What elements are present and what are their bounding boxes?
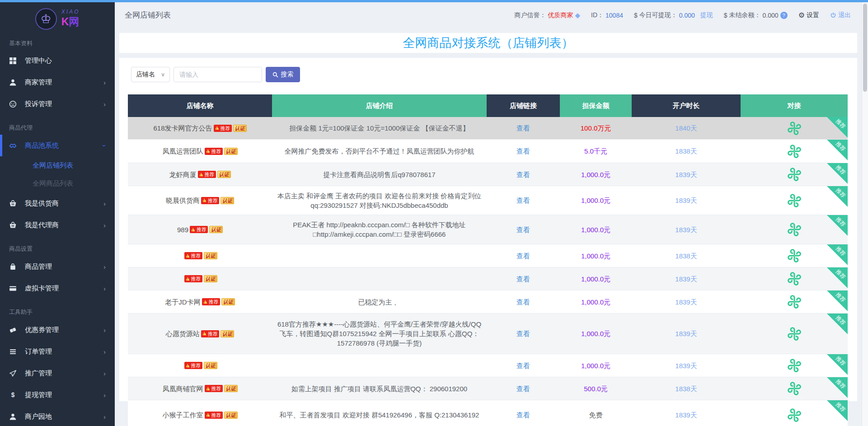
view-link[interactable]: 查看 bbox=[516, 274, 530, 284]
table-row: 晓晨供货商 推荐 认证 本店主卖 和评金鹰 王者农药的项目 欢迎各位前来对接 价… bbox=[128, 186, 848, 215]
connect-icon[interactable] bbox=[787, 167, 802, 182]
sidebar-item[interactable]: 推广管理› bbox=[0, 362, 115, 384]
account-age-cell: 1839天 bbox=[632, 215, 741, 244]
search-button[interactable]: 搜索 bbox=[266, 67, 300, 82]
view-link[interactable]: 查看 bbox=[516, 123, 530, 133]
brand-text: XIAO K网 bbox=[61, 9, 80, 29]
order-icon bbox=[9, 347, 18, 356]
account-age-cell: 1839天 bbox=[632, 314, 741, 354]
account-age-cell: 1839天 bbox=[632, 290, 741, 313]
connect-icon[interactable] bbox=[787, 326, 802, 342]
sidebar-item[interactable]: 投诉管理› bbox=[0, 93, 115, 115]
account-age: 1840天 bbox=[675, 123, 697, 133]
brand-king-icon: ♔ bbox=[35, 8, 57, 30]
sidebar-subitem[interactable]: 全网商品列表 bbox=[0, 174, 115, 192]
store-desc-cell: PEAK王者 http://peaknb.cccpan.com/□ 各种软件下载… bbox=[272, 215, 487, 244]
view-link[interactable]: 查看 bbox=[516, 410, 530, 420]
sidebar-item[interactable]: 我是供货商› bbox=[0, 192, 115, 214]
sidebar-item[interactable]: 商家管理› bbox=[0, 71, 115, 93]
connect-icon[interactable] bbox=[787, 144, 802, 159]
sidebar-item-label: 商户园地 bbox=[25, 412, 52, 421]
connect-icon[interactable] bbox=[787, 222, 802, 237]
view-link[interactable]: 查看 bbox=[516, 297, 530, 307]
sidebar-subitem[interactable]: 全网店铺列表 bbox=[0, 156, 115, 174]
recommend-badge: 推荐 bbox=[205, 385, 223, 392]
store-link-cell: 查看 bbox=[487, 400, 560, 426]
connect-icon[interactable] bbox=[787, 248, 802, 263]
recommend-ribbon: 推荐 bbox=[827, 186, 848, 207]
sidebar-item[interactable]: 订单管理› bbox=[0, 341, 115, 362]
certified-badge: 认证 bbox=[224, 412, 238, 419]
settings-group[interactable]: ⚙ 设置 bbox=[798, 11, 819, 19]
account-age-cell: 1840天 bbox=[632, 117, 741, 139]
merchant-id-value: 10084 bbox=[605, 12, 623, 19]
connect-icon[interactable] bbox=[787, 193, 802, 208]
search-input[interactable] bbox=[174, 67, 262, 82]
merchant-garden-icon bbox=[9, 412, 18, 421]
unsettled-group: $ 未结余额： 0.000 ? bbox=[724, 11, 788, 19]
power-icon bbox=[830, 12, 836, 19]
view-link[interactable]: 查看 bbox=[516, 251, 530, 261]
account-age-cell: 1838天 bbox=[632, 140, 741, 163]
search-field-select[interactable]: 店铺名 ∨ bbox=[131, 67, 170, 82]
view-link[interactable]: 查看 bbox=[516, 384, 530, 393]
logout-group[interactable]: 退出 bbox=[830, 11, 851, 19]
view-link[interactable]: 查看 bbox=[516, 170, 530, 179]
recommend-ribbon-label: 推荐 bbox=[831, 161, 850, 180]
connect-icon[interactable] bbox=[787, 271, 802, 286]
logout-link[interactable]: 退出 bbox=[838, 11, 851, 19]
store-name: 凤凰商铺官网 bbox=[163, 384, 203, 393]
scrollbar[interactable] bbox=[862, 2, 868, 426]
view-link[interactable]: 查看 bbox=[516, 225, 530, 234]
thumbs-up-icon bbox=[203, 300, 208, 304]
recommend-ribbon: 推荐 bbox=[827, 354, 848, 375]
product-icon bbox=[9, 262, 18, 271]
deposit-cell: 5.0千元 bbox=[560, 140, 632, 163]
connect-icon[interactable] bbox=[787, 407, 802, 423]
help-icon[interactable]: ? bbox=[780, 12, 788, 19]
sidebar-item-label: 优惠券管理 bbox=[25, 326, 59, 334]
connect-icon[interactable] bbox=[787, 381, 802, 396]
top-accent-line bbox=[0, 0, 868, 2]
sidebar-item[interactable]: 我是代理商› bbox=[0, 214, 115, 236]
view-link[interactable]: 查看 bbox=[516, 146, 530, 156]
view-link[interactable]: 查看 bbox=[516, 361, 530, 370]
store-desc-cell bbox=[272, 267, 487, 290]
sidebar-item-label: 提现管理 bbox=[25, 391, 52, 399]
chevron-right-icon: › bbox=[103, 263, 106, 271]
settings-link[interactable]: 设置 bbox=[807, 11, 819, 19]
connect-icon[interactable] bbox=[787, 358, 802, 373]
store-desc-cell: 提卡注意看商品说明售后q978078617 bbox=[272, 163, 487, 186]
scrollbar-thumb[interactable] bbox=[863, 4, 867, 92]
column-header: 店铺介绍 bbox=[272, 94, 487, 117]
sidebar-item[interactable]: $提现管理› bbox=[0, 384, 115, 406]
store-link-cell: 查看 bbox=[487, 140, 560, 163]
recommend-badge-label: 推荐 bbox=[211, 148, 221, 155]
sidebar-item[interactable]: 优惠券管理› bbox=[0, 319, 115, 341]
store-link-cell: 查看 bbox=[487, 117, 560, 139]
merchant-id-group: ID： 10084 bbox=[591, 11, 623, 19]
brand-logo[interactable]: ♔ XIAO K网 bbox=[0, 2, 115, 35]
connect-icon[interactable] bbox=[787, 294, 802, 309]
table-row: 凤凰商铺官网 推荐 认证 如需上架项目 推广项目 请联系凤凰运营QQ： 2906… bbox=[128, 377, 848, 400]
connect-icon[interactable] bbox=[787, 121, 802, 136]
page-title: 全网店铺列表 bbox=[125, 10, 171, 20]
store-table: 店铺名称店铺介绍店铺链接担保金额开户时长对接 618发卡网官方公告 推荐 认证 … bbox=[128, 94, 848, 426]
certified-badge: 认证 bbox=[221, 330, 234, 337]
sidebar-item[interactable]: 商户园地› bbox=[0, 406, 115, 426]
sidebar-item[interactable]: 管理中心 bbox=[0, 50, 115, 71]
view-link[interactable]: 查看 bbox=[516, 329, 530, 338]
recommend-ribbon: 推荐 bbox=[827, 163, 848, 184]
store-desc-cell: 已稳定为主 、 bbox=[272, 290, 487, 313]
store-name-cell: 心愿货源站 推荐 认证 bbox=[128, 314, 272, 354]
sidebar-item[interactable]: 商品管理› bbox=[0, 256, 115, 277]
view-link[interactable]: 查看 bbox=[516, 196, 530, 205]
recommend-badge-label: 推荐 bbox=[208, 330, 218, 337]
withdraw-link[interactable]: 提现 bbox=[700, 11, 713, 19]
sidebar-item[interactable]: 虚拟卡管理› bbox=[0, 277, 115, 299]
sidebar-section-label: 商品代理 bbox=[0, 115, 115, 135]
sidebar-item[interactable]: 商品池系统› bbox=[0, 135, 115, 156]
table-body: 618发卡网官方公告 推荐 认证 担保金额 1元=100保证金 10元=1000… bbox=[128, 117, 848, 426]
store-link-cell: 查看 bbox=[487, 244, 560, 267]
withdrawable-group: $ 今日可提现： 0.000 提现 bbox=[634, 11, 713, 19]
